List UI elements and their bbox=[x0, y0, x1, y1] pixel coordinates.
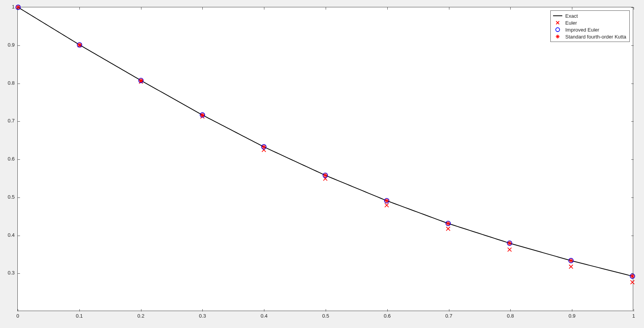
plot-canvas bbox=[18, 7, 633, 311]
ytick bbox=[18, 197, 20, 198]
xtick bbox=[141, 309, 141, 311]
ytick bbox=[18, 121, 20, 122]
ytick-right bbox=[631, 159, 634, 160]
legend-icon bbox=[552, 13, 563, 18]
ytick-right bbox=[631, 273, 634, 274]
legend-label: Exact bbox=[565, 13, 578, 19]
legend-item[interactable]: Euler bbox=[552, 19, 626, 26]
xtick-label: 0.8 bbox=[507, 313, 514, 319]
xtick bbox=[326, 309, 326, 311]
xtick-top bbox=[326, 7, 326, 10]
marker bbox=[446, 221, 451, 226]
ytick-right bbox=[631, 197, 634, 198]
xtick-top bbox=[79, 7, 80, 10]
marker bbox=[446, 227, 450, 231]
ytick-label: 1 bbox=[12, 4, 15, 10]
marker bbox=[631, 280, 634, 284]
marker bbox=[384, 198, 389, 203]
xtick-label: 1 bbox=[632, 313, 635, 319]
marker bbox=[323, 173, 328, 177]
legend-item[interactable]: Improved Euler bbox=[552, 26, 626, 33]
series-exact bbox=[18, 7, 632, 276]
legend-label: Standard fourth-order Kutta bbox=[565, 34, 626, 40]
xtick-top bbox=[141, 7, 141, 10]
xtick bbox=[449, 309, 449, 311]
xtick-top bbox=[264, 7, 264, 10]
marker bbox=[385, 203, 388, 207]
marker bbox=[630, 274, 635, 278]
xtick-top bbox=[449, 7, 449, 10]
ytick-label: 0.5 bbox=[8, 194, 15, 199]
xtick bbox=[264, 309, 264, 311]
ytick-label: 0.7 bbox=[8, 118, 15, 124]
marker bbox=[200, 113, 205, 117]
xtick-label: 0.6 bbox=[384, 313, 391, 319]
legend-label: Euler bbox=[565, 20, 577, 26]
xtick-top bbox=[387, 7, 388, 10]
legend-icon bbox=[552, 20, 563, 25]
legend-label: Improved Euler bbox=[565, 27, 599, 33]
xtick-top bbox=[202, 7, 203, 10]
marker bbox=[262, 144, 266, 149]
legend-item[interactable]: Exact bbox=[552, 12, 626, 19]
ytick-right bbox=[631, 7, 634, 8]
xtick-label: 0.1 bbox=[76, 313, 83, 319]
xtick-label: 0.5 bbox=[322, 313, 329, 319]
svg-point-80 bbox=[556, 28, 560, 32]
marker bbox=[139, 78, 143, 83]
ytick-label: 0.6 bbox=[8, 156, 15, 162]
xtick-label: 0.7 bbox=[446, 313, 452, 319]
ytick-label: 0.4 bbox=[8, 232, 15, 238]
ytick-label: 0.8 bbox=[8, 80, 15, 85]
xtick-label: 0 bbox=[16, 313, 19, 319]
legend[interactable]: ExactEulerImproved EulerStandard fourth-… bbox=[550, 10, 630, 42]
marker bbox=[569, 258, 573, 263]
ytick-right bbox=[631, 236, 634, 236]
marker bbox=[508, 248, 511, 251]
ytick bbox=[18, 159, 20, 160]
xtick bbox=[510, 309, 511, 311]
marker bbox=[507, 241, 512, 246]
xtick bbox=[18, 309, 18, 311]
marker bbox=[569, 265, 573, 269]
ytick bbox=[18, 236, 20, 236]
legend-icon bbox=[552, 34, 563, 39]
xtick-label: 0.2 bbox=[138, 313, 145, 319]
legend-icon bbox=[552, 27, 563, 32]
ytick bbox=[18, 7, 20, 8]
xtick-label: 0.3 bbox=[199, 313, 206, 319]
ytick-label: 0.3 bbox=[8, 270, 15, 276]
xtick bbox=[387, 309, 388, 311]
figure: ExactEulerImproved EulerStandard fourth-… bbox=[0, 0, 644, 328]
ytick-label: 0.9 bbox=[8, 42, 15, 47]
xtick bbox=[572, 309, 572, 311]
marker bbox=[77, 43, 82, 47]
axes[interactable]: ExactEulerImproved EulerStandard fourth-… bbox=[17, 7, 633, 311]
xtick-top bbox=[634, 7, 634, 10]
ytick-right bbox=[631, 121, 634, 122]
xtick-label: 0.9 bbox=[568, 313, 575, 319]
ytick bbox=[18, 273, 20, 274]
ytick bbox=[18, 45, 20, 46]
ytick-right bbox=[631, 45, 634, 46]
xtick-top bbox=[572, 7, 572, 10]
xtick bbox=[79, 309, 80, 311]
xtick-label: 0.4 bbox=[261, 313, 267, 319]
xtick bbox=[202, 309, 203, 311]
xtick-top bbox=[510, 7, 511, 10]
xtick bbox=[634, 309, 634, 311]
legend-item[interactable]: Standard fourth-order Kutta bbox=[552, 33, 626, 40]
ytick bbox=[18, 84, 20, 84]
ytick-right bbox=[631, 84, 634, 84]
